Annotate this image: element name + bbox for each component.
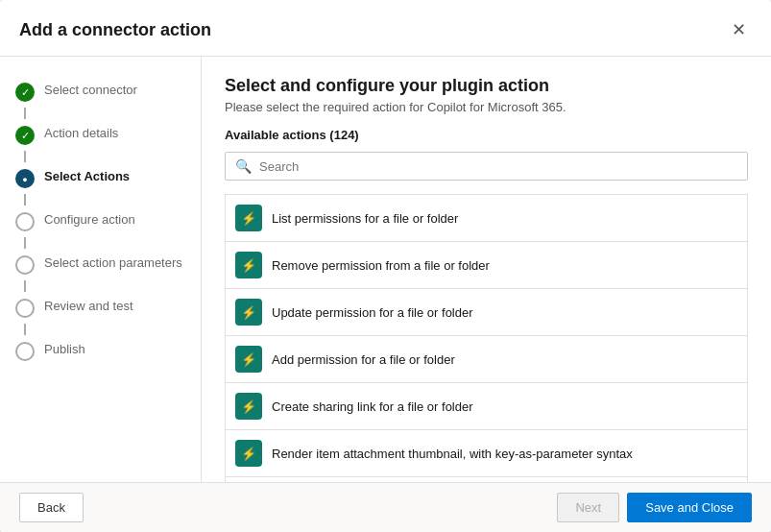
main-inner: Select and configure your plugin action … <box>202 57 771 482</box>
action-icon: ⚡ <box>235 393 262 420</box>
step-label-publish: Publish <box>44 341 85 358</box>
step-indicator-action-details <box>15 126 35 145</box>
step-label-select-actions: Select Actions <box>44 168 130 185</box>
dialog-footer: Back Next Save and Close <box>0 482 771 532</box>
list-item[interactable]: ⚡ List permissions for a file or folder <box>225 194 748 241</box>
dialog-title: Add a connector action <box>19 20 211 40</box>
close-button[interactable]: ✕ <box>726 15 752 44</box>
step-indicator-configure-action <box>15 212 35 231</box>
action-icon: ⚡ <box>235 252 262 278</box>
save-close-button[interactable]: Save and Close <box>627 493 752 522</box>
list-item[interactable]: ⚡ Add permission for a file or folder <box>225 335 748 382</box>
sidebar-item-review-and-test[interactable]: Review and test <box>0 292 201 324</box>
step-indicator-select-action-parameters <box>15 255 35 275</box>
add-connector-action-dialog: Add a connector action ✕ Select connecto… <box>0 0 771 532</box>
step-line-6 <box>24 324 26 335</box>
sidebar: Select connector Action details Select A… <box>0 57 202 482</box>
list-item[interactable]: ⚡ Render item attachment thumbnail, with… <box>225 429 748 476</box>
step-line-5 <box>24 280 26 292</box>
step-line-4 <box>24 237 26 249</box>
action-label: Create sharing link for a file or folder <box>272 399 473 414</box>
action-label: Update permission for a file or folder <box>272 305 473 320</box>
step-indicator-review-and-test <box>15 299 35 318</box>
sidebar-item-select-action-parameters[interactable]: Select action parameters <box>0 249 201 280</box>
search-input[interactable] <box>259 159 737 174</box>
step-indicator-select-connector <box>15 83 35 102</box>
list-item[interactable]: ⚡ Update permission for a file or folder <box>225 288 748 335</box>
sidebar-item-select-actions[interactable]: Select Actions <box>0 162 201 194</box>
step-line-2 <box>24 151 26 162</box>
step-line-3 <box>24 194 26 206</box>
action-label: Render item attachment thumbnail, with k… <box>272 447 633 461</box>
step-label-select-connector: Select connector <box>44 82 137 99</box>
list-item[interactable]: ⚡ Remove permission from a file or folde… <box>225 241 748 288</box>
step-label-review-and-test: Review and test <box>44 298 133 315</box>
search-icon: 🔍 <box>235 158 252 174</box>
next-button[interactable]: Next <box>557 493 619 522</box>
back-button[interactable]: Back <box>19 493 84 522</box>
step-label-configure-action: Configure action <box>44 211 135 229</box>
step-label-select-action-parameters: Select action parameters <box>44 254 182 272</box>
active-dot-icon <box>22 173 27 184</box>
action-icon: ⚡ <box>235 346 262 373</box>
action-icon: ⚡ <box>235 440 262 467</box>
check-icon-2 <box>21 130 30 142</box>
main-title: Select and configure your plugin action <box>225 76 748 96</box>
sidebar-item-publish[interactable]: Publish <box>0 335 201 367</box>
search-box[interactable]: 🔍 <box>225 152 748 181</box>
step-line-1 <box>24 108 26 119</box>
main-subtitle: Please select the required action for Co… <box>225 100 748 114</box>
available-actions-label: Available actions (124) <box>225 128 748 142</box>
sidebar-item-select-connector[interactable]: Select connector <box>0 76 201 108</box>
list-item[interactable]: ⚡ Create sharing link for a file or fold… <box>225 382 748 429</box>
action-list: ⚡ List permissions for a file or folder … <box>225 194 748 482</box>
action-label: List permissions for a file or folder <box>272 211 458 226</box>
action-icon: ⚡ <box>235 299 262 326</box>
action-label: Remove permission from a file or folder <box>272 258 490 273</box>
main-content: Select and configure your plugin action … <box>202 57 771 482</box>
footer-right-buttons: Next Save and Close <box>557 493 752 522</box>
action-icon: ⚡ <box>235 205 262 231</box>
step-label-action-details: Action details <box>44 125 118 142</box>
step-indicator-publish <box>15 342 35 361</box>
step-indicator-select-actions <box>15 169 35 188</box>
check-icon <box>21 86 30 99</box>
dialog-header: Add a connector action ✕ <box>0 0 771 57</box>
action-label: Add permission for a file or folder <box>272 352 455 367</box>
sidebar-item-configure-action[interactable]: Configure action <box>0 206 201 237</box>
dialog-body: Select connector Action details Select A… <box>0 57 771 482</box>
sidebar-item-action-details[interactable]: Action details <box>0 119 201 151</box>
